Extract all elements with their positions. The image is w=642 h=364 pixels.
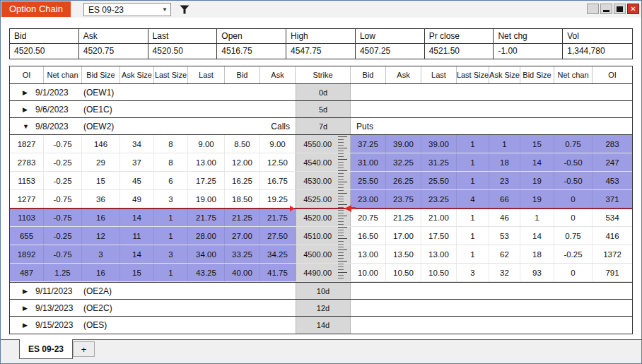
put-last-size-cell[interactable]: 1 bbox=[457, 153, 489, 171]
put-ask-cell[interactable]: 21.25 bbox=[386, 209, 421, 226]
call-bid-cell[interactable]: 12.00 bbox=[225, 153, 260, 171]
collapse-triangle-icon[interactable]: ▼ bbox=[23, 118, 29, 135]
put-ask-size-cell[interactable]: 46 bbox=[489, 209, 520, 226]
put-bid-size-cell[interactable]: 14 bbox=[520, 153, 554, 171]
call-net-chg-cell[interactable]: -0.25 bbox=[44, 172, 82, 189]
call-ask-size-cell[interactable]: 14 bbox=[120, 209, 154, 226]
call-last-cell[interactable]: 34.00 bbox=[188, 245, 225, 263]
call-ask-cell[interactable]: 27.50 bbox=[260, 227, 296, 245]
put-oi-cell[interactable]: 283 bbox=[593, 135, 632, 153]
put-last-cell[interactable]: 21.00 bbox=[421, 209, 457, 226]
put-oi-cell[interactable]: 416 bbox=[593, 227, 632, 245]
put-last-cell[interactable]: 31.25 bbox=[421, 153, 457, 171]
put-bid-size-cell[interactable]: 1 bbox=[520, 209, 554, 226]
put-last-size-cell[interactable]: 3 bbox=[457, 264, 489, 281]
call-ask-size-cell[interactable]: 11 bbox=[120, 227, 154, 245]
put-last-cell[interactable]: 25.50 bbox=[421, 172, 457, 189]
call-ask-size-cell[interactable]: 15 bbox=[120, 264, 154, 281]
put-bid-cell[interactable]: 25.50 bbox=[351, 172, 386, 189]
call-bid-cell[interactable]: 18.50 bbox=[225, 190, 260, 208]
call-oi-cell[interactable]: 1277 bbox=[10, 190, 44, 208]
call-bid-size-cell[interactable]: 16 bbox=[82, 264, 120, 281]
call-last-cell[interactable]: 43.25 bbox=[188, 264, 225, 281]
call-last-size-cell[interactable]: 8 bbox=[154, 153, 188, 171]
put-ask-size-cell[interactable]: 53 bbox=[489, 227, 520, 245]
call-last-cell[interactable]: 13.00 bbox=[188, 153, 225, 171]
put-ask-cell[interactable]: 23.75 bbox=[386, 190, 421, 208]
call-last-cell[interactable]: 28.00 bbox=[188, 227, 225, 245]
put-net-chg-cell[interactable]: -0.50 bbox=[554, 153, 593, 171]
call-ask-cell[interactable]: 34.25 bbox=[260, 245, 296, 263]
call-last-size-cell[interactable]: 1 bbox=[154, 227, 188, 245]
put-ask-cell[interactable]: 10.50 bbox=[386, 264, 421, 281]
add-tab-button[interactable]: + bbox=[73, 341, 95, 357]
expiry-group-row[interactable]: ▶9/1/2023(OEW1)0d bbox=[10, 84, 632, 101]
call-oi-cell[interactable]: 655 bbox=[10, 227, 44, 245]
call-net-chg-cell[interactable]: -0.25 bbox=[44, 153, 82, 171]
call-bid-size-cell[interactable]: 12 bbox=[82, 227, 120, 245]
put-ask-size-cell[interactable]: 23 bbox=[489, 172, 520, 189]
call-bid-cell[interactable]: 21.25 bbox=[225, 209, 260, 226]
put-oi-cell[interactable]: 453 bbox=[593, 172, 632, 189]
call-net-chg-cell[interactable]: -0.75 bbox=[44, 135, 82, 153]
put-bid-cell[interactable]: 13.00 bbox=[351, 245, 386, 263]
put-ask-size-cell[interactable]: 18 bbox=[489, 153, 520, 171]
put-oi-cell[interactable]: 534 bbox=[593, 209, 632, 226]
tab-es-09-23[interactable]: ES 09-23 bbox=[19, 339, 73, 359]
put-oi-cell[interactable]: 371 bbox=[593, 190, 632, 208]
call-oi-cell[interactable]: 1827 bbox=[10, 135, 44, 153]
call-last-size-cell[interactable]: 1 bbox=[154, 209, 188, 226]
put-last-cell[interactable]: 39.00 bbox=[421, 135, 457, 153]
minimize-button[interactable] bbox=[600, 4, 612, 14]
put-ask-cell[interactable]: 26.25 bbox=[386, 172, 421, 189]
call-bid-cell[interactable]: 27.00 bbox=[225, 227, 260, 245]
call-ask-cell[interactable]: 41.75 bbox=[260, 264, 296, 281]
put-oi-cell[interactable]: 791 bbox=[593, 264, 632, 281]
put-bid-cell[interactable]: 31.00 bbox=[351, 153, 386, 171]
put-bid-size-cell[interactable]: 14 bbox=[520, 227, 554, 245]
expand-triangle-icon[interactable]: ▶ bbox=[23, 84, 28, 101]
expiry-group-row[interactable]: ▶9/11/2023(OE2A)10d bbox=[10, 283, 632, 300]
call-ask-size-cell[interactable]: 34 bbox=[120, 135, 154, 153]
put-net-chg-cell[interactable]: -0.50 bbox=[554, 172, 593, 189]
call-last-size-cell[interactable]: 8 bbox=[154, 135, 188, 153]
expiry-group-row[interactable]: ▶9/6/2023(OE1C)5d bbox=[10, 101, 632, 118]
symbol-dropdown[interactable]: ES 09-23 ▼ bbox=[83, 3, 171, 16]
call-last-size-cell[interactable]: 3 bbox=[154, 245, 188, 263]
call-oi-cell[interactable]: 2783 bbox=[10, 153, 44, 171]
expand-triangle-icon[interactable]: ▶ bbox=[23, 317, 28, 334]
put-net-chg-cell[interactable]: 0.75 bbox=[554, 135, 593, 153]
expiry-group-row[interactable]: ▼9/8/2023(OEW2)Calls7dPuts bbox=[10, 118, 632, 135]
call-bid-cell[interactable]: 16.25 bbox=[225, 172, 260, 189]
put-oi-cell[interactable]: 247 bbox=[593, 153, 632, 171]
put-bid-size-cell[interactable]: 93 bbox=[520, 264, 554, 281]
put-last-cell[interactable]: 13.00 bbox=[421, 245, 457, 263]
maximize-button[interactable] bbox=[614, 4, 626, 14]
put-last-cell[interactable]: 10.50 bbox=[421, 264, 457, 281]
call-bid-size-cell[interactable]: 29 bbox=[82, 153, 120, 171]
filter-icon[interactable] bbox=[180, 4, 191, 15]
call-last-cell[interactable]: 21.75 bbox=[188, 209, 225, 226]
put-net-chg-cell[interactable]: 0 bbox=[554, 190, 593, 208]
call-net-chg-cell[interactable]: -0.75 bbox=[44, 245, 82, 263]
call-last-size-cell[interactable]: 1 bbox=[154, 264, 188, 281]
call-last-cell[interactable]: 17.25 bbox=[188, 172, 225, 189]
call-bid-cell[interactable]: 40.00 bbox=[225, 264, 260, 281]
put-net-chg-cell[interactable]: 0.75 bbox=[554, 227, 593, 245]
call-net-chg-cell[interactable]: -0.25 bbox=[44, 227, 82, 245]
put-bid-size-cell[interactable]: 19 bbox=[520, 172, 554, 189]
call-last-cell[interactable]: 9.00 bbox=[188, 135, 225, 153]
call-net-chg-cell[interactable]: 1.25 bbox=[44, 264, 82, 281]
call-ask-cell[interactable]: 16.75 bbox=[260, 172, 296, 189]
call-net-chg-cell[interactable]: -0.75 bbox=[44, 190, 82, 208]
expand-triangle-icon[interactable]: ▶ bbox=[23, 101, 28, 118]
call-bid-cell[interactable]: 33.25 bbox=[225, 245, 260, 263]
call-net-chg-cell[interactable]: -0.75 bbox=[44, 209, 82, 226]
put-net-chg-cell[interactable]: 0 bbox=[554, 209, 593, 226]
put-last-size-cell[interactable]: 1 bbox=[457, 172, 489, 189]
call-last-cell[interactable]: 19.00 bbox=[188, 190, 225, 208]
call-ask-size-cell[interactable]: 49 bbox=[120, 190, 154, 208]
put-bid-size-cell[interactable]: 18 bbox=[520, 245, 554, 263]
put-last-size-cell[interactable]: 1 bbox=[457, 209, 489, 226]
put-ask-cell[interactable]: 32.25 bbox=[386, 153, 421, 171]
